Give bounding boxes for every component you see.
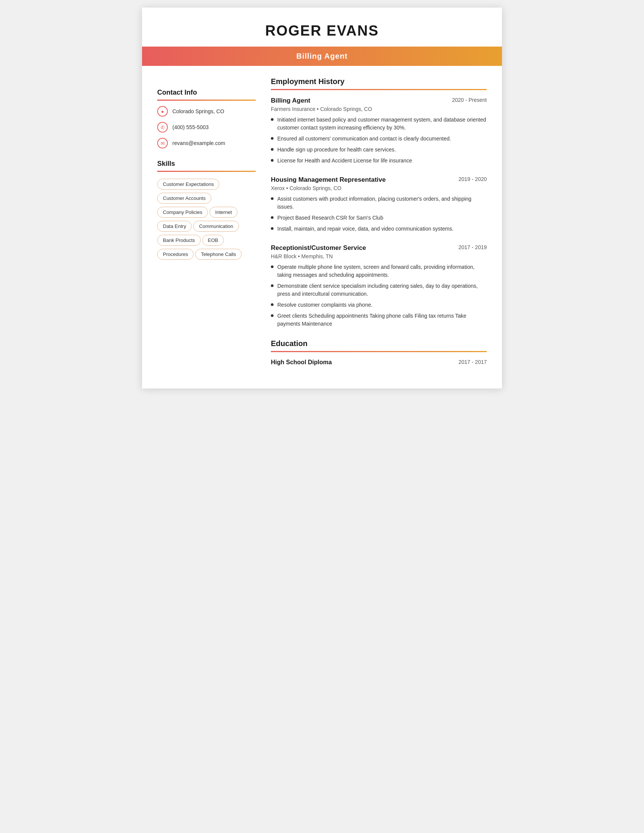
body-layout: Contact Info ● Colorado Springs, CO ✆ (4… <box>142 77 502 389</box>
bullet-dot <box>271 197 274 200</box>
skill-tag: Telephone Calls <box>195 249 242 260</box>
bullet-text: Greet clients Scheduling appointments Ta… <box>277 312 487 328</box>
job-header: Billing Agent2020 - Present <box>271 97 487 105</box>
job-company: Farmers Insurance • Colorado Springs, CO <box>271 106 487 112</box>
job-bullet: Install, maintain, and repair voice, dat… <box>271 225 487 233</box>
job-dates: 2020 - Present <box>452 97 487 103</box>
bullet-text: Demonstrate client service specialism in… <box>277 282 487 298</box>
bullet-dot <box>271 285 274 287</box>
bullet-dot <box>271 265 274 268</box>
bullet-text: Install, maintain, and repair voice, dat… <box>277 225 454 233</box>
contact-email: ✉ revans@example.com <box>157 138 256 148</box>
skills-divider <box>157 171 256 172</box>
location-icon: ● <box>157 106 168 117</box>
bullet-text: Assist customers with product informatio… <box>277 195 487 211</box>
job-bullet: Handle sign up procedure for health care… <box>271 146 487 154</box>
header-title-bar: Billing Agent <box>142 47 502 66</box>
job-bullet: Ensured all customers' communication and… <box>271 135 487 143</box>
skill-tag: Data Entry <box>157 221 192 232</box>
skills-container: Customer ExpectationsCustomer AccountsCo… <box>157 177 256 261</box>
skill-tag: Customer Accounts <box>157 193 211 204</box>
jobs-container: Billing Agent2020 - PresentFarmers Insur… <box>271 97 487 328</box>
contact-location: ● Colorado Springs, CO <box>157 106 256 117</box>
contact-section-title: Contact Info <box>157 88 256 96</box>
job-bullet: Demonstrate client service specialism in… <box>271 282 487 298</box>
email-icon: ✉ <box>157 138 168 148</box>
job-entry: Billing Agent2020 - PresentFarmers Insur… <box>271 97 487 165</box>
bullet-text: Project Based Research CSR for Sam's Clu… <box>277 214 383 222</box>
bullet-text: Operate multiple phone line system, scre… <box>277 263 487 279</box>
job-bullet: Assist customers with product informatio… <box>271 195 487 211</box>
job-bullet: License for Health and Accident License … <box>271 157 487 165</box>
job-bullet: Initiated internet based policy and cust… <box>271 116 487 132</box>
education-section-title: Education <box>271 339 487 348</box>
bullet-text: Resolve customer complaints via phone. <box>277 301 372 309</box>
bullet-text: Initiated internet based policy and cust… <box>277 116 487 132</box>
job-entry: Housing Management Representative2019 - … <box>271 176 487 233</box>
right-column: Employment History Billing Agent2020 - P… <box>271 77 487 366</box>
employment-divider <box>271 89 487 90</box>
job-title: Billing Agent <box>271 97 310 105</box>
bullet-dot <box>271 216 274 219</box>
skills-section-title: Skills <box>157 160 256 168</box>
education-divider <box>271 351 487 352</box>
job-title: Housing Management Representative <box>271 176 386 183</box>
education-container: High School Diploma2017 - 2017 <box>271 359 487 366</box>
job-company: Xerox • Colorado Springs, CO <box>271 185 487 191</box>
bullet-text: Handle sign up procedure for health care… <box>277 146 396 154</box>
employment-section-title: Employment History <box>271 77 487 86</box>
bullet-dot <box>271 227 274 230</box>
edu-entry: High School Diploma2017 - 2017 <box>271 359 487 366</box>
job-bullet: Greet clients Scheduling appointments Ta… <box>271 312 487 328</box>
bullet-dot <box>271 137 274 140</box>
skill-tag: Procedures <box>157 249 193 260</box>
bullet-text: Ensured all customers' communication and… <box>277 135 451 143</box>
bullet-dot <box>271 148 274 151</box>
job-bullet: Operate multiple phone line system, scre… <box>271 263 487 279</box>
job-header: Housing Management Representative2019 - … <box>271 176 487 183</box>
bullet-dot <box>271 303 274 306</box>
contact-phone: ✆ (400) 555-5003 <box>157 122 256 132</box>
left-column: Contact Info ● Colorado Springs, CO ✆ (4… <box>157 77 256 366</box>
bullet-dot <box>271 314 274 317</box>
skill-tag: Bank Products <box>157 235 201 246</box>
job-title: Receptionist/Customer Service <box>271 244 366 252</box>
job-bullet: Project Based Research CSR for Sam's Clu… <box>271 214 487 222</box>
bullet-dot <box>271 159 274 162</box>
skill-tag: EOB <box>202 235 224 246</box>
skill-tag: Internet <box>209 207 238 218</box>
skill-tag: Company Policies <box>157 207 208 218</box>
edu-dates: 2017 - 2017 <box>458 359 487 366</box>
bullet-dot <box>271 118 274 121</box>
header-name: ROGER EVANS <box>142 8 502 47</box>
skill-tag: Communication <box>193 221 239 232</box>
bullet-text: License for Health and Accident License … <box>277 157 412 165</box>
skill-tag: Customer Expectations <box>157 179 219 190</box>
job-entry: Receptionist/Customer Service2017 - 2019… <box>271 244 487 328</box>
job-header: Receptionist/Customer Service2017 - 2019 <box>271 244 487 252</box>
job-dates: 2019 - 2020 <box>458 176 487 182</box>
edu-degree: High School Diploma <box>271 359 332 366</box>
resume-page: ROGER EVANS Billing Agent Contact Info ●… <box>142 8 502 389</box>
contact-divider <box>157 100 256 101</box>
job-dates: 2017 - 2019 <box>458 244 487 250</box>
job-bullet: Resolve customer complaints via phone. <box>271 301 487 309</box>
phone-icon: ✆ <box>157 122 168 132</box>
job-company: H&R Block • Memphis, TN <box>271 253 487 259</box>
